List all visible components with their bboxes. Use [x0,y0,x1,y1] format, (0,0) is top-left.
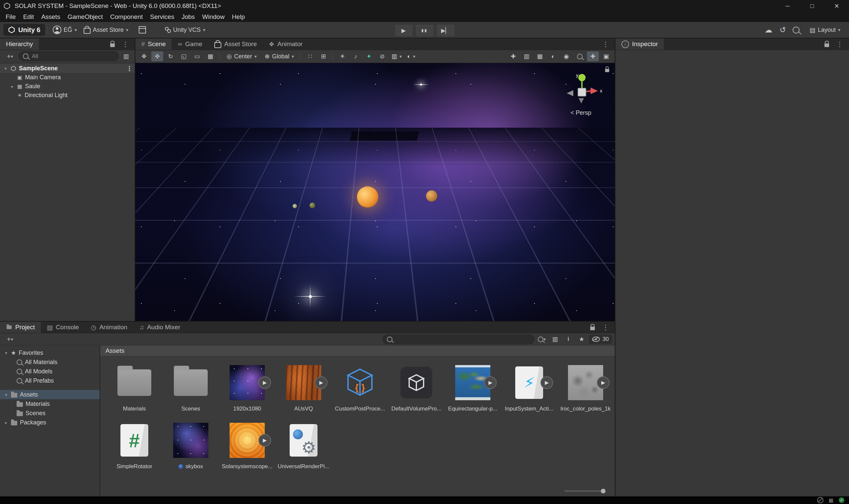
menu-assets[interactable]: Assets [37,13,64,21]
tree-materials-folder[interactable]: Materials [0,399,100,409]
transform-tool-button[interactable]: ▦ [205,51,216,61]
asset-defaultvolumeprofile[interactable]: DefaultVolumePro... [388,365,445,412]
menu-services[interactable]: Services [146,13,178,21]
tab-animation[interactable]: ◷ Animation [85,322,134,333]
tab-scene[interactable]: # Scene [135,38,172,50]
panel-menu-icon[interactable]: ⋮ [600,323,611,331]
orientation-dropdown[interactable]: ⊕ Global ▾ [262,51,297,61]
scene-visibility-button[interactable]: ⊘ [376,51,388,61]
panel-menu-icon[interactable]: ⋮ [120,40,131,48]
hierarchy-item-main-camera[interactable]: ▣ Main Camera [0,73,135,82]
tool-settings-button[interactable]: ✚ [587,51,599,61]
cache-icon[interactable]: ▦ [829,497,833,503]
close-button[interactable]: × [825,0,849,12]
tree-packages-root[interactable]: ▸ Packages [0,418,100,427]
foldout-icon[interactable]: ▾ [4,350,8,356]
camera-view-dropdown[interactable]: ▥ ▾ [389,51,404,61]
move-tool-button[interactable]: ✜ [151,51,163,61]
search-button[interactable] [793,27,799,33]
pause-button[interactable]: ▮▮ [415,24,434,37]
lock-icon[interactable] [825,43,829,47]
search-by-label-button[interactable]: i [562,334,574,344]
rotate-tool-button[interactable]: ↻ [164,51,177,61]
scene-search-button[interactable] [573,51,586,61]
scene-fx-button[interactable]: ✦ [363,51,375,61]
hierarchy-search[interactable] [19,51,119,61]
rect-tool-button[interactable]: ▭ [191,51,203,61]
asset-ausvq[interactable]: ▶ AUsVQ [276,365,332,412]
tree-all-models[interactable]: All Models [0,367,100,376]
menu-file[interactable]: File [2,13,20,21]
unity-vcs-dropdown[interactable]: Unity VCS ▾ [162,25,209,35]
hierarchy-search-input[interactable] [31,53,114,60]
notifications-muted-icon[interactable] [817,497,824,503]
panel-menu-icon[interactable]: ⋮ [600,40,611,48]
play-badge[interactable]: ▶ [259,434,271,447]
view-gizmo[interactable]: y x < Persp [554,72,607,116]
asset-store-dropdown[interactable]: Asset Store ▾ [80,25,132,35]
asset-lroc-color-poles[interactable]: ▶ lroc_color_poles_1k [558,365,614,412]
component-filter-dropdown[interactable]: ◐ ▾ [405,51,418,61]
asset-equirectangular[interactable]: ▶ Equirectangular-p... [445,365,501,412]
project-search[interactable] [383,335,534,344]
play-badge[interactable]: ▶ [315,376,328,389]
asset-solarsystemscope[interactable]: ▶ Solarsystemscope... [219,423,276,470]
foldout-icon[interactable]: ▸ [4,420,8,425]
grid-snap-button[interactable]: ∷ [304,51,316,61]
tab-animator[interactable]: ❖ Animator [263,38,308,50]
panel-menu-icon[interactable]: ⋮ [834,40,845,48]
hierarchy-scene-row[interactable]: ▾ SampleScene ⋮ [0,64,135,73]
undo-history-button[interactable]: ↺ [780,25,786,35]
asset-custompostprocess[interactable]: { } CustomPostProce... [332,365,388,412]
scene-lighting-button[interactable]: ☀ [336,51,348,61]
scene-menu-icon[interactable]: ⋮ [124,65,135,73]
tab-audio-mixer[interactable]: ♫ Audio Mixer [134,322,187,333]
search-in-packages-button[interactable]: ▾ [536,334,548,344]
menu-window[interactable]: Window [198,13,228,21]
foldout-icon[interactable]: ▾ [3,66,8,71]
tab-console[interactable]: ▤ Console [41,322,85,333]
play-badge[interactable]: ▶ [541,376,553,389]
package-manager-button[interactable] [136,25,148,35]
lock-icon[interactable] [590,327,595,330]
tree-all-materials[interactable]: All Materials [0,357,100,367]
asset-scenes[interactable]: Scenes [163,365,219,412]
menu-help[interactable]: Help [228,13,248,21]
favorite-search-button[interactable]: ★ [576,334,587,344]
asset-inputsystem-actions[interactable]: ⚡ ▶ InputSystem_Acti... [501,365,558,412]
scene-viewport[interactable]: y x < Persp [135,63,615,321]
layout-dropdown[interactable]: ▤ Layout ▾ [806,25,844,35]
play-button[interactable]: ▶ [394,24,413,37]
minimize-button[interactable]: ─ [775,0,800,12]
asset-simplerotator[interactable]: # SimpleRotator [106,423,163,470]
menu-jobs[interactable]: Jobs [178,13,198,21]
play-badge[interactable]: ▶ [259,376,271,389]
asset-universalrenderpipeline[interactable]: ⚙ UniversalRenderPi... [276,423,332,470]
camera-settings-button[interactable]: ▣ [600,51,612,61]
step-button[interactable]: ▶▏ [436,24,455,37]
foldout-icon[interactable]: ▾ [4,392,8,397]
search-filter-button[interactable]: ▥ [120,51,132,61]
menu-edit[interactable]: Edit [20,13,38,21]
tab-asset-store[interactable]: Asset Store [208,38,263,50]
create-button[interactable]: + ▾ [3,51,17,61]
menu-component[interactable]: Component [106,13,146,21]
asset-materials[interactable]: Materials [106,365,163,412]
cloud-button[interactable]: ☁ [765,25,772,35]
projection-label[interactable]: < Persp [554,109,607,116]
asset-1920x1080[interactable]: ▶ 1920x1080 [219,365,276,412]
asset-skybox[interactable]: skybox [163,423,219,470]
hidden-items-toggle[interactable]: 30 [589,335,612,344]
menu-gameobject[interactable]: GameObject [64,13,106,21]
hierarchy-item-directional-light[interactable]: ☀ Directional Light [0,91,135,100]
search-by-type-button[interactable]: ▥ [549,334,561,344]
tab-inspector[interactable]: i Inspector [616,38,664,50]
lock-icon[interactable] [110,43,115,47]
tree-favorites[interactable]: ▾ ★ Favorites [0,348,100,357]
status-ok-icon[interactable]: ✓ [839,497,844,503]
overlays-button[interactable]: ✚ [507,51,519,61]
scale-tool-button[interactable]: ◱ [178,51,190,61]
create-asset-button[interactable]: + ▾ [3,334,17,344]
play-badge[interactable]: ▶ [484,376,497,389]
unity-version-badge[interactable]: Unity 6 [3,24,45,36]
